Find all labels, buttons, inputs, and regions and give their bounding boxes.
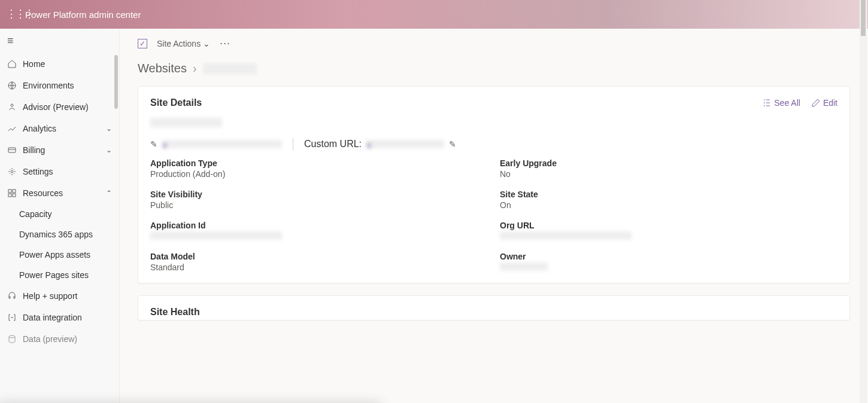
breadcrumb-root[interactable]: Websites [138, 62, 187, 75]
chevron-down-icon: ⌄ [106, 124, 112, 133]
pencil-icon[interactable]: ✎ [150, 139, 157, 149]
edit-button[interactable]: Edit [811, 98, 837, 108]
globe-icon [7, 81, 17, 90]
billing-icon [7, 145, 17, 155]
sidebar-sub-dynamics[interactable]: Dynamics 365 apps [0, 224, 119, 245]
sidebar-item-data-preview[interactable]: Data (preview) [0, 328, 119, 350]
sidebar-item-billing[interactable]: Billing ⌄ [0, 139, 119, 161]
waffle-icon[interactable] [7, 10, 17, 19]
sidebar-scrollbar[interactable] [114, 55, 118, 109]
field-label: Application Type [150, 158, 488, 168]
sidebar-item-label: Environments [23, 81, 74, 90]
breadcrumb: Websites › [138, 58, 850, 86]
sidebar: ≡ Home Environments Advisor (Preview) An… [0, 29, 120, 403]
chevron-right-icon: › [193, 62, 197, 75]
custom-url-label: Custom URL: [304, 139, 362, 149]
sidebar-item-analytics[interactable]: Analytics ⌄ [0, 118, 119, 139]
sidebar-sub-powerapps-assets[interactable]: Power Apps assets [0, 245, 119, 265]
site-health-card: Site Health [138, 295, 850, 320]
chevron-down-icon: ⌄ [203, 39, 210, 48]
card-title: Site Details [150, 97, 202, 108]
sidebar-item-label: Billing [23, 145, 45, 155]
svg-rect-4 [8, 190, 11, 193]
field-label: Org URL [500, 221, 837, 230]
sidebar-item-label: Data (preview) [23, 334, 77, 344]
home-icon [7, 59, 17, 69]
field-value: Public [150, 200, 488, 210]
custom-url-redacted: x [366, 140, 444, 148]
database-icon [7, 334, 17, 344]
sidebar-item-environments[interactable]: Environments [0, 75, 119, 96]
sidebar-item-settings[interactable]: Settings [0, 161, 119, 182]
sidebar-item-label: Home [23, 59, 45, 69]
pencil-icon[interactable]: ✎ [449, 139, 456, 149]
svg-point-1 [11, 104, 13, 106]
app-header: Power Platform admin center [0, 0, 868, 29]
site-name-redacted: xxxxx [150, 118, 222, 127]
org-url-redacted: x [500, 231, 632, 240]
checkbox-icon[interactable]: ✓ [138, 39, 147, 48]
field-label: Application Id [150, 221, 488, 230]
integration-icon [7, 313, 17, 322]
field-value: Production (Add-on) [150, 169, 488, 179]
field-label: Owner [500, 252, 837, 261]
more-icon[interactable]: ··· [220, 37, 230, 50]
sidebar-sub-capacity[interactable]: Capacity [0, 204, 119, 224]
svg-point-8 [9, 335, 15, 338]
hamburger-icon[interactable]: ≡ [0, 29, 119, 53]
svg-point-3 [11, 170, 13, 173]
site-url-redacted: x [162, 140, 282, 148]
main-content: ✓ Site Actions ⌄ ··· Websites › Site Det… [120, 29, 868, 403]
field-label: Site Visibility [150, 190, 488, 199]
svg-rect-5 [13, 190, 16, 193]
sidebar-item-label: Analytics [23, 124, 56, 133]
sidebar-item-help[interactable]: Help + support [0, 285, 119, 307]
field-label: Data Model [150, 252, 488, 261]
sidebar-item-home[interactable]: Home [0, 53, 119, 75]
sidebar-item-label: Data integration [23, 313, 82, 322]
app-id-redacted: x [150, 231, 282, 240]
svg-rect-6 [8, 194, 11, 197]
field-label: Site State [500, 190, 837, 199]
see-all-button[interactable]: See All [762, 98, 800, 108]
resources-icon [7, 188, 17, 198]
breadcrumb-current [203, 63, 257, 74]
sidebar-item-label: Settings [23, 167, 53, 176]
sidebar-item-advisor[interactable]: Advisor (Preview) [0, 96, 119, 118]
sidebar-sub-powerpages-sites[interactable]: Power Pages sites [0, 265, 119, 285]
chevron-down-icon: ⌄ [106, 146, 112, 154]
card-title: Site Health [150, 307, 200, 317]
field-value: On [500, 200, 837, 210]
sidebar-item-label: Advisor (Preview) [23, 102, 89, 112]
field-value: Standard [150, 262, 488, 272]
sidebar-item-data-integration[interactable]: Data integration [0, 307, 119, 328]
sidebar-item-resources[interactable]: Resources ⌃ [0, 182, 119, 204]
svg-rect-7 [13, 194, 16, 197]
header-title: Power Platform admin center [25, 10, 141, 20]
sidebar-item-label: Help + support [23, 291, 77, 301]
page-scrollbar[interactable] [860, 0, 867, 403]
field-label: Early Upgrade [500, 158, 837, 168]
chart-icon [7, 124, 17, 133]
site-details-card: Site Details See All Edit xxxxx ✎ x Cust… [138, 86, 850, 283]
headset-icon [7, 291, 17, 301]
sidebar-item-label: Resources [23, 188, 63, 198]
chevron-up-icon: ⌃ [106, 189, 112, 197]
command-bar: ✓ Site Actions ⌄ ··· [138, 29, 850, 58]
gear-icon [7, 167, 17, 176]
svg-rect-2 [8, 148, 16, 152]
owner-redacted: x [500, 262, 548, 271]
field-value: No [500, 169, 837, 179]
site-actions-button[interactable]: Site Actions ⌄ [157, 39, 210, 48]
advisor-icon [7, 102, 17, 112]
divider [293, 138, 293, 150]
